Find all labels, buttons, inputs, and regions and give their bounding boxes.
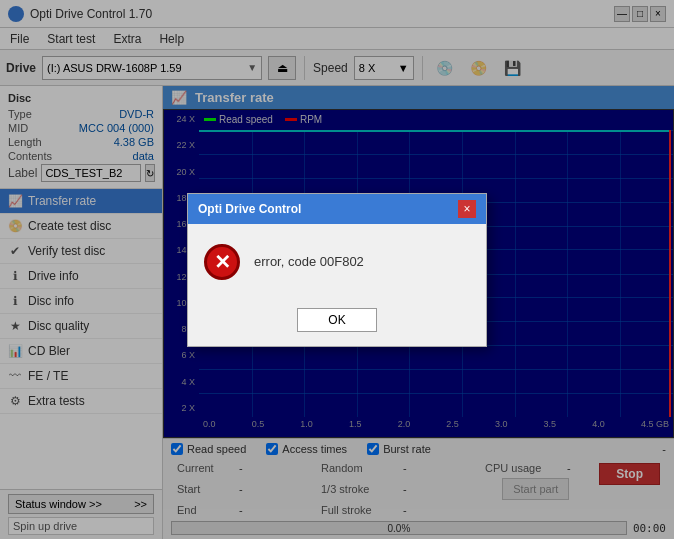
dialog-title-bar: Opti Drive Control × xyxy=(188,194,486,224)
dialog-message: error, code 00F802 xyxy=(254,254,364,269)
error-dialog: Opti Drive Control × ✕ error, code 00F80… xyxy=(187,193,487,347)
dialog-close-button[interactable]: × xyxy=(458,200,476,218)
error-icon: ✕ xyxy=(204,244,240,280)
dialog-ok-button[interactable]: OK xyxy=(297,308,377,332)
dialog-title: Opti Drive Control xyxy=(198,202,301,216)
dialog-overlay: Opti Drive Control × ✕ error, code 00F80… xyxy=(0,0,674,539)
dialog-body: ✕ error, code 00F802 xyxy=(188,224,486,300)
dialog-footer: OK xyxy=(188,300,486,346)
